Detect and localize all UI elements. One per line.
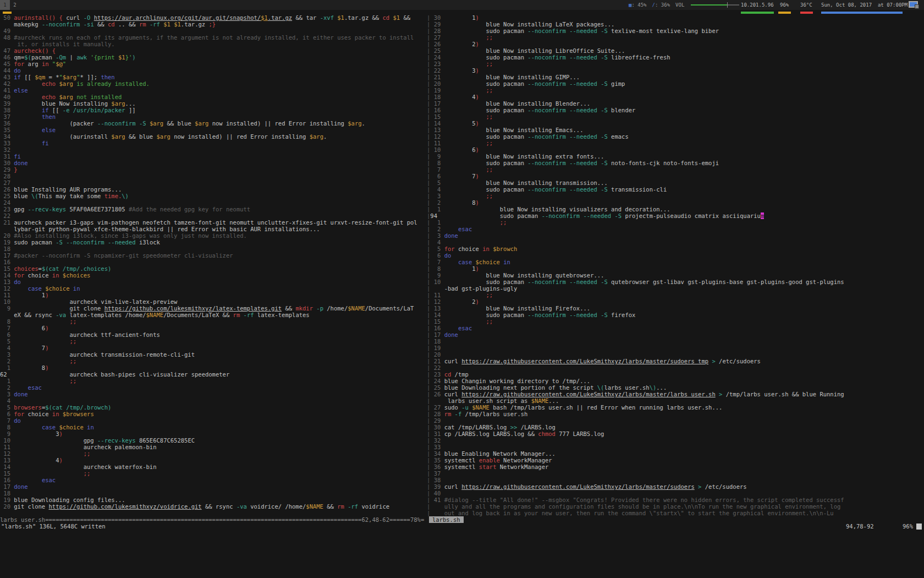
- code-row[interactable]: eX && rsync -va latex-templates /home/$N…: [0, 312, 427, 318]
- code-row[interactable]: 4: [0, 397, 427, 404]
- code-row[interactable]: 6 aurcheck ttf-ancient-fonts: [0, 331, 427, 338]
- code-row[interactable]: 28: [0, 173, 427, 179]
- code-row[interactable]: | 38: [427, 477, 924, 483]
- code-row[interactable]: it, or installs it manually.: [0, 41, 427, 47]
- code-row[interactable]: 22: [0, 212, 427, 219]
- code-row[interactable]: | 33: [427, 444, 924, 450]
- code-row[interactable]: 7 6): [0, 325, 427, 331]
- code-row[interactable]: 50 aurinstall() { curl -O https://aur.ar…: [0, 14, 427, 21]
- code-row[interactable]: | 12 2): [427, 298, 924, 305]
- code-row[interactable]: 12 ;;: [0, 450, 427, 457]
- code-row[interactable]: 2 ;;: [0, 358, 427, 364]
- code-row[interactable]: | 14 sudo pacman --noconfirm --needed -S…: [427, 312, 924, 318]
- workspace-tag-1[interactable]: 1: [0, 0, 10, 10]
- code-row[interactable]: 2 esac: [0, 384, 427, 391]
- code-row[interactable]: | 22 3): [427, 67, 924, 74]
- code-row[interactable]: 18: [0, 246, 427, 252]
- code-row[interactable]: 37 then: [0, 113, 427, 120]
- code-row[interactable]: | 16 esac: [427, 325, 924, 331]
- code-row[interactable]: 11 aurcheck palemoon-bin: [0, 444, 427, 450]
- code-row[interactable]: 34 (aurinstall $arg && blue $arg now ins…: [0, 133, 427, 140]
- code-row[interactable]: | 4: [427, 239, 924, 246]
- code-row[interactable]: 47 aurcheck() {: [0, 47, 427, 54]
- code-row[interactable]: | 11 ;;: [427, 140, 924, 146]
- code-row[interactable]: | 10 sudo pacman --noconfirm --needed -S…: [427, 279, 924, 285]
- code-row[interactable]: 30 done: [0, 160, 427, 166]
- code-row[interactable]: | 25 blue Downloading next portion of th…: [427, 384, 924, 391]
- code-row[interactable]: 15 choices=$(cat /tmp/.choices): [0, 265, 427, 272]
- code-row[interactable]: | 9 blue Now installing qutebrowser...: [427, 272, 924, 279]
- code-row[interactable]: | 14 5): [427, 120, 924, 127]
- code-row[interactable]: 43 if [[ $qm = *"$arg"* ]]; then: [0, 74, 427, 80]
- code-row[interactable]: 27: [0, 179, 427, 186]
- code-row[interactable]: | 18 4): [427, 94, 924, 100]
- code-row[interactable]: | 34 blue Enabling Network Manager...: [427, 450, 924, 457]
- code-row[interactable]: | 30 cat /tmp/LARBS.log >> /LARBS.log: [427, 424, 924, 430]
- code-row[interactable]: | 1 blue Now installing visualizers and …: [427, 206, 924, 212]
- code-row[interactable]: 40 echo $arg not installed: [0, 94, 427, 100]
- workspace-tag-2[interactable]: 2: [10, 0, 20, 10]
- code-row[interactable]: | 8 sudo pacman --noconfirm --needed -S …: [427, 160, 924, 166]
- code-row[interactable]: 14 for choice in $choices: [0, 272, 427, 279]
- code-row[interactable]: 25 blue \(This may take some time.\): [0, 193, 427, 199]
- code-row[interactable]: | 12 sudo pacman --noconfirm --needed -S…: [427, 133, 924, 140]
- code-row[interactable]: | 8 1): [427, 265, 924, 272]
- code-row[interactable]: | 3 ;;: [427, 193, 924, 199]
- volume-slider[interactable]: [691, 4, 739, 6]
- code-row[interactable]: | 3 done: [427, 232, 924, 239]
- code-row[interactable]: 20 #Also installing i3lock, since i3-gap…: [0, 232, 427, 239]
- code-row[interactable]: 14 aurcheck waterfox-bin: [0, 464, 427, 470]
- code-row[interactable]: | 15 ;;: [427, 113, 924, 120]
- code-row[interactable]: 3 aurcheck transmission-remote-cli-git: [0, 351, 427, 358]
- code-row[interactable]: 32: [0, 146, 427, 153]
- code-row[interactable]: 42 echo $arg is already installed.: [0, 80, 427, 87]
- left-pane[interactable]: 50 aurinstall() { curl -O https://aur.ar…: [0, 14, 427, 516]
- code-row[interactable]: 15 ;;: [0, 470, 427, 477]
- code-row[interactable]: 21 aurcheck packer i3-gaps vim-pathogen …: [0, 219, 427, 226]
- code-row[interactable]: 6 for choice in $browsers: [0, 411, 427, 417]
- code-row[interactable]: | 40: [427, 490, 924, 497]
- code-row[interactable]: | 21 blue Now installing GIMP...: [427, 74, 924, 80]
- code-row[interactable]: | 20 sudo pacman --noconfirm --needed -S…: [427, 80, 924, 87]
- code-row[interactable]: 13 do: [0, 279, 427, 285]
- code-row[interactable]: | ully and all the programs and configur…: [427, 503, 924, 510]
- code-row[interactable]: | 17 blue Now installing Blender...: [427, 100, 924, 107]
- code-row[interactable]: | out and log back in as your new user, …: [427, 510, 924, 516]
- code-row[interactable]: | 5 blue Now installing transmission...: [427, 179, 924, 186]
- code-row[interactable]: | 23 ;;: [427, 61, 924, 67]
- code-row[interactable]: 18: [0, 490, 427, 497]
- code-row[interactable]: 19 blue Downloading config files...: [0, 497, 427, 503]
- code-row[interactable]: 45 for arg in "$@": [0, 61, 427, 67]
- code-row[interactable]: 19 sudo pacman -S --noconfirm --needed i…: [0, 239, 427, 246]
- code-row[interactable]: makepkg --noconfirm -si && cd .. && rm -…: [0, 21, 427, 28]
- code-row[interactable]: | 1 ;;: [427, 219, 924, 226]
- code-row[interactable]: | 35 systemctl enable NetworkManager: [427, 457, 924, 464]
- code-row[interactable]: | 29 blue Now installing LaTeX packages.…: [427, 21, 924, 28]
- code-row[interactable]: 26 blue Installing AUR programs...: [0, 186, 427, 193]
- code-row[interactable]: | 11 ;;: [427, 292, 924, 298]
- code-row[interactable]: | 16 sudo pacman --noconfirm --needed -S…: [427, 107, 924, 113]
- code-row[interactable]: | 32: [427, 437, 924, 444]
- code-row[interactable]: 20 git clone https://github.com/lukesmit…: [0, 503, 427, 510]
- code-row[interactable]: 3 done: [0, 391, 427, 397]
- code-row[interactable]: 17 done: [0, 483, 427, 490]
- code-row[interactable]: 29 }: [0, 166, 427, 173]
- code-row[interactable]: | 19 ;;: [427, 87, 924, 94]
- code-row[interactable]: 33 fi: [0, 140, 427, 146]
- code-row[interactable]: | 18: [427, 338, 924, 345]
- code-row[interactable]: | 2 8): [427, 199, 924, 206]
- code-row[interactable]: | 7 case $choice in: [427, 259, 924, 265]
- code-row[interactable]: 39 blue Now installing $arg...: [0, 100, 427, 107]
- code-row[interactable]: | 31 cp /LARBS.log LARBS.log && chmod 77…: [427, 430, 924, 437]
- code-row[interactable]: 44 do: [0, 67, 427, 74]
- code-row[interactable]: | 2 esac: [427, 226, 924, 232]
- code-row[interactable]: 8 ;;: [0, 318, 427, 325]
- code-row[interactable]: | 36 systemctl start NetworkManager: [427, 464, 924, 470]
- code-row[interactable]: 7 do: [0, 417, 427, 424]
- code-row[interactable]: 5 ;;: [0, 338, 427, 345]
- code-row[interactable]: 10 aurcheck vim-live-latex-preview: [0, 298, 427, 305]
- code-row[interactable]: 1 ;;: [0, 378, 427, 384]
- code-row[interactable]: 46 qm=$(pacman -Qm | awk '{print $1}'): [0, 54, 427, 61]
- code-row[interactable]: 35 else: [0, 127, 427, 133]
- code-row[interactable]: | 5 for choice in $browch: [427, 246, 924, 252]
